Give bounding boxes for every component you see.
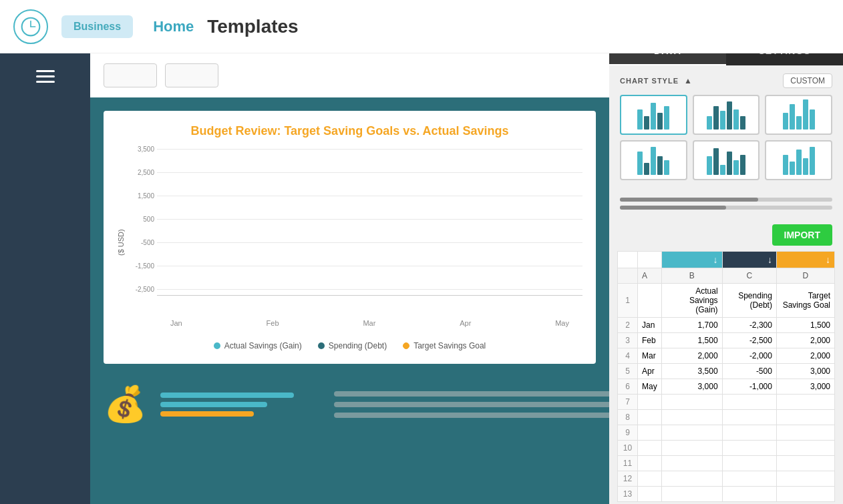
cell-13b[interactable]	[661, 487, 722, 502]
cell-8b[interactable]	[661, 410, 722, 425]
grid-line: -500	[157, 242, 582, 243]
mini-bar	[637, 152, 643, 175]
toolbar-button-2[interactable]	[165, 63, 218, 87]
mini-bar	[707, 116, 712, 130]
row-num-7: 7	[618, 395, 638, 410]
cell-10b[interactable]	[661, 441, 722, 456]
cell-12b[interactable]	[661, 471, 722, 487]
x-label-may: May	[555, 319, 569, 336]
home-link[interactable]: Home	[153, 18, 194, 35]
cell-1b[interactable]: Actual Savings (Gain)	[661, 284, 722, 318]
cell-7d[interactable]	[776, 395, 834, 410]
cell-10c[interactable]	[722, 441, 776, 456]
table-row: 4 Mar 2,000 -2,000 2,000	[618, 348, 835, 364]
cell-1d[interactable]: Target Savings Goal	[776, 284, 834, 318]
cell-13a[interactable]	[638, 487, 662, 502]
templates-link[interactable]: Templates	[207, 16, 298, 37]
cell-13c[interactable]	[722, 487, 776, 502]
cell-10a[interactable]	[638, 441, 662, 456]
data-table-wrap: ↓ ↓ ↓ A B C D 1	[609, 251, 843, 504]
chart-style-option-5[interactable]	[693, 140, 760, 180]
cell-11a[interactable]	[638, 456, 662, 471]
mini-bar	[727, 152, 732, 175]
cell-12a[interactable]	[638, 471, 662, 487]
mini-bar	[651, 147, 656, 175]
cell-7a[interactable]	[638, 395, 662, 410]
slider-2[interactable]	[620, 206, 832, 210]
col-color-row: ↓ ↓ ↓	[618, 252, 835, 268]
cell-8d[interactable]	[776, 410, 834, 425]
cell-10d[interactable]	[776, 441, 834, 456]
cell-12c[interactable]	[722, 471, 776, 487]
cell-2a[interactable]: Jan	[638, 318, 662, 333]
cell-4d[interactable]: 2,000	[776, 348, 834, 364]
cell-5d[interactable]: 3,000	[776, 364, 834, 379]
cell-7b[interactable]	[661, 395, 722, 410]
cell-3d[interactable]: 2,000	[776, 333, 834, 348]
cell-1a[interactable]	[638, 284, 662, 318]
col-d-color: ↓	[776, 252, 834, 268]
cell-3b[interactable]: 1,500	[661, 333, 722, 348]
grid-line: 1,500	[157, 196, 582, 196]
cell-9a[interactable]	[638, 425, 662, 441]
row-num-2: 2	[618, 318, 638, 333]
table-row: 13	[618, 487, 835, 502]
business-button[interactable]: Business	[61, 15, 133, 38]
bar-right-3	[334, 413, 609, 418]
cell-2c[interactable]: -2,300	[722, 318, 776, 333]
slider-1[interactable]	[620, 198, 832, 202]
mini-bar	[790, 104, 795, 130]
cell-6b[interactable]: 3,000	[661, 379, 722, 395]
cell-12d[interactable]	[776, 471, 834, 487]
row-num-4: 4	[618, 348, 638, 364]
cell-11d[interactable]	[776, 456, 834, 471]
row-num-3: 3	[618, 333, 638, 348]
y-axis-label: ($ USD)	[117, 149, 125, 336]
cell-1c[interactable]: Spending (Debt)	[722, 284, 776, 318]
cell-5b[interactable]: 3,500	[661, 364, 722, 379]
toolbar-button-1[interactable]	[104, 63, 157, 87]
cell-4a[interactable]: Mar	[638, 348, 662, 364]
cell-11b[interactable]	[661, 456, 722, 471]
cell-2b[interactable]: 1,700	[661, 318, 722, 333]
cell-7c[interactable]	[722, 395, 776, 410]
cell-6d[interactable]: 3,000	[776, 379, 834, 395]
mini-bar	[657, 113, 663, 130]
cell-4c[interactable]: -2,000	[722, 348, 776, 364]
chart-style-option-2[interactable]	[693, 95, 760, 135]
table-row: 11	[618, 456, 835, 471]
cell-6a[interactable]: May	[638, 379, 662, 395]
col-b-letter: B	[661, 268, 722, 284]
slider-fill-2	[620, 206, 726, 210]
cell-5c[interactable]: -500	[722, 364, 776, 379]
cell-8c[interactable]	[722, 410, 776, 425]
hamburger-menu[interactable]	[36, 67, 55, 86]
cell-13d[interactable]	[776, 487, 834, 502]
import-button[interactable]: IMPORT	[772, 224, 832, 246]
chart-style-option-6[interactable]	[765, 140, 832, 180]
cell-3a[interactable]: Feb	[638, 333, 662, 348]
row-num-12: 12	[618, 471, 638, 487]
cell-5a[interactable]: Apr	[638, 364, 662, 379]
legend-item-actual: Actual Savings (Gain)	[214, 341, 302, 350]
chart-style-option-1[interactable]	[620, 95, 687, 135]
mini-bar	[733, 109, 739, 130]
top-navigation: Business Home Templates	[0, 0, 843, 53]
cell-3c[interactable]: -2,500	[722, 333, 776, 348]
chart-style-header: CHART STYLE ▲ CUSTOM	[620, 73, 832, 88]
chart-style-option-3[interactable]	[765, 95, 832, 135]
table-row: 6 May 3,000 -1,000 3,000	[618, 379, 835, 395]
cell-11c[interactable]	[722, 456, 776, 471]
grid-line: 2,500	[157, 172, 582, 173]
cell-8a[interactable]	[638, 410, 662, 425]
cell-9d[interactable]	[776, 425, 834, 441]
cell-2d[interactable]: 1,500	[776, 318, 834, 333]
chart-style-option-4[interactable]	[620, 140, 687, 180]
cell-4b[interactable]: 2,000	[661, 348, 722, 364]
row-num-5: 5	[618, 364, 638, 379]
cell-9c[interactable]	[722, 425, 776, 441]
bar-teal-2	[160, 402, 267, 407]
cell-6c[interactable]: -1,000	[722, 379, 776, 395]
cell-9b[interactable]	[661, 425, 722, 441]
row-num-10: 10	[618, 441, 638, 456]
